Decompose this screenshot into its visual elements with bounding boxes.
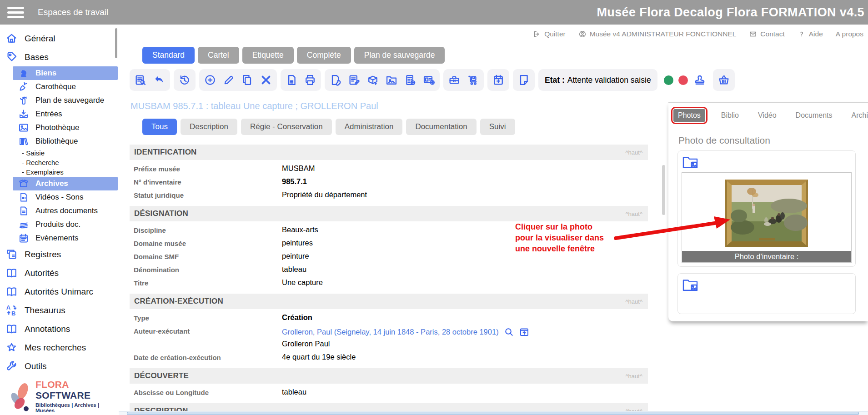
trolley-button[interactable] <box>466 73 480 87</box>
attach-doc-button[interactable] <box>329 73 342 87</box>
media-tab-photos[interactable]: Photos <box>673 109 705 122</box>
sidebar-item-autorites-unimarc[interactable]: Autorités Unimarc <box>0 282 118 301</box>
folder-image-button[interactable] <box>385 73 398 87</box>
view-tab-standard[interactable]: Standard <box>142 47 195 64</box>
sidebar-item-evenements[interactable]: Evènements <box>13 231 118 245</box>
horizontal-scrollbar-handle[interactable] <box>127 412 859 415</box>
view-tab-cartel[interactable]: Cartel <box>198 47 239 64</box>
undo-button[interactable] <box>152 73 166 87</box>
history-button[interactable] <box>178 73 191 87</box>
field-value-text: Une capture <box>282 278 323 287</box>
package-button[interactable] <box>366 73 380 87</box>
field-label: Préfixe musée <box>134 163 282 173</box>
photo-frame: Photo d'inventaire : <box>682 172 852 263</box>
record-title: MUSBAM 985.7.1 : tableau Une capture ; G… <box>130 101 652 111</box>
view-tab-complète[interactable]: Complète <box>297 47 351 64</box>
etat-chip: Etat : Attente validation saisie <box>538 69 657 91</box>
sidebar-item-recherche[interactable]: - Recherche <box>22 158 118 167</box>
delete-button[interactable] <box>259 73 273 87</box>
record-tab-régie---conservation[interactable]: Régie - Conservation <box>241 119 332 135</box>
horizontal-scrollbar[interactable] <box>119 411 868 415</box>
sidebar-item-exemplaires[interactable]: - Exemplaires <box>22 167 118 177</box>
sidebar-item-bibliotheque[interactable]: Bibliothèque <box>13 135 118 148</box>
painting-thumbnail[interactable] <box>725 180 808 247</box>
sort-alpha-icon: AB <box>5 304 18 316</box>
trolley-icon <box>467 81 479 88</box>
utility-user[interactable]: Musée v4 ADMINISTRATEUR FONCTIONNEL <box>578 30 737 38</box>
sidebar-item-bases[interactable]: Bases <box>0 48 118 66</box>
media-card-button[interactable] <box>422 73 436 87</box>
author-link[interactable]: Grolleron, Paul (Seignelay, 14 juin 1848… <box>282 328 499 336</box>
open-window-button[interactable] <box>519 326 530 337</box>
sidebar-item-general[interactable]: Général <box>0 29 118 48</box>
toolbox-button[interactable] <box>447 73 461 87</box>
sidebar-item-archives[interactable]: Archives <box>13 177 118 190</box>
open-book-icon <box>5 323 18 335</box>
sidebar-item-label: - Recherche <box>22 159 59 166</box>
utility-quitter[interactable]: Quitter <box>533 30 566 38</box>
sidebar-item-videos-sons[interactable]: Vidéos - Sons <box>13 190 118 204</box>
sidebar-item-autorites[interactable]: Autorités <box>0 264 118 282</box>
back-to-top-link[interactable]: ^haut^ <box>625 210 642 217</box>
record-search-button[interactable] <box>134 73 147 87</box>
field-value: peintures <box>282 238 313 247</box>
sidebar-item-registres[interactable]: Registres <box>0 245 118 264</box>
sidebar-item-thesaurus[interactable]: ABThesaurus <box>0 301 118 320</box>
export-doc-button[interactable] <box>285 73 298 87</box>
back-to-top-link[interactable]: ^haut^ <box>625 298 642 305</box>
section-gap <box>130 203 648 206</box>
calculator-button[interactable] <box>403 73 417 87</box>
view-tab-etiquette[interactable]: Etiquette <box>242 47 294 64</box>
sidebar-item-phototheque[interactable]: Photothèque <box>13 121 118 135</box>
sidebar-item-plan-de-sauvegarde[interactable]: Plan de sauvegarde <box>13 94 118 107</box>
record-tab-tous[interactable]: Tous <box>142 119 177 135</box>
exit-icon <box>533 30 541 38</box>
sidebar-item-entrees[interactable]: Entrées <box>13 107 118 121</box>
sidebar-item-annotations[interactable]: Annotations <box>0 320 118 338</box>
edit-list-button[interactable] <box>347 73 361 87</box>
edit-button[interactable] <box>222 73 236 87</box>
basket-button[interactable] <box>717 73 731 87</box>
calendar-add-button[interactable] <box>492 73 505 87</box>
status-green-dot[interactable] <box>664 75 673 85</box>
sidebar-item-outils[interactable]: Outils <box>0 357 118 375</box>
status-red-dot[interactable] <box>678 75 688 85</box>
registers-icon <box>5 248 18 260</box>
note-button[interactable] <box>517 73 531 87</box>
open-photo-folder-button-2[interactable] <box>682 278 698 292</box>
back-to-top-link[interactable]: ^haut^ <box>625 149 642 156</box>
sidebar-item-biens[interactable]: Biens <box>13 66 118 80</box>
add-button[interactable] <box>203 73 217 87</box>
open-photo-folder-button[interactable] <box>682 155 698 169</box>
content-scrollbar-handle[interactable] <box>662 165 665 215</box>
sidebar-item-saisie[interactable]: - Saisie <box>22 148 118 158</box>
media-tab-archives[interactable]: Archives <box>846 109 868 122</box>
search-button[interactable] <box>503 326 514 337</box>
print-button[interactable] <box>303 73 317 87</box>
field-value-text: 4e quart du 19e siècle <box>282 353 356 361</box>
section-title: CRÉATION-EXÉCUTION <box>134 297 223 306</box>
back-to-top-link[interactable]: ^haut^ <box>625 373 642 380</box>
record-tab-description[interactable]: Description <box>181 119 237 135</box>
utility-apropos[interactable]: A propos <box>836 30 863 38</box>
media-tab-biblio[interactable]: Biblio <box>716 109 744 122</box>
view-tab-plan-de-sauvegarde[interactable]: Plan de sauvegarde <box>354 47 445 64</box>
utility-aide[interactable]: Aide <box>798 30 823 38</box>
media-tab-vidéo[interactable]: Vidéo <box>753 109 782 122</box>
sidebar-item-carotheque[interactable]: Carothèque <box>13 80 118 94</box>
hamburger-menu-icon[interactable] <box>7 7 24 18</box>
record-tab-documentation[interactable]: Documentation <box>406 119 476 135</box>
sidebar-scrollbar[interactable] <box>115 28 117 58</box>
duplicate-button[interactable] <box>241 73 254 87</box>
sidebar-item-autres-documents[interactable]: Autres documents <box>13 204 118 218</box>
record-tab-suivi[interactable]: Suivi <box>480 119 515 135</box>
record-tab-administration[interactable]: Administration <box>336 119 403 135</box>
sidebar-item-produits-doc[interactable]: Produits doc. <box>13 218 118 231</box>
sidebar-item-label: Autorités Unimarc <box>25 287 93 297</box>
utility-contact[interactable]: Contact <box>749 30 784 38</box>
sidebar-item-mes-recherches[interactable]: Mes recherches <box>0 338 118 357</box>
media-tab-documents[interactable]: Documents <box>790 109 838 122</box>
workspace-label[interactable]: Espaces de travail <box>38 7 108 17</box>
field-label: Domaine musée <box>134 238 282 247</box>
stamp-button[interactable] <box>693 73 707 87</box>
